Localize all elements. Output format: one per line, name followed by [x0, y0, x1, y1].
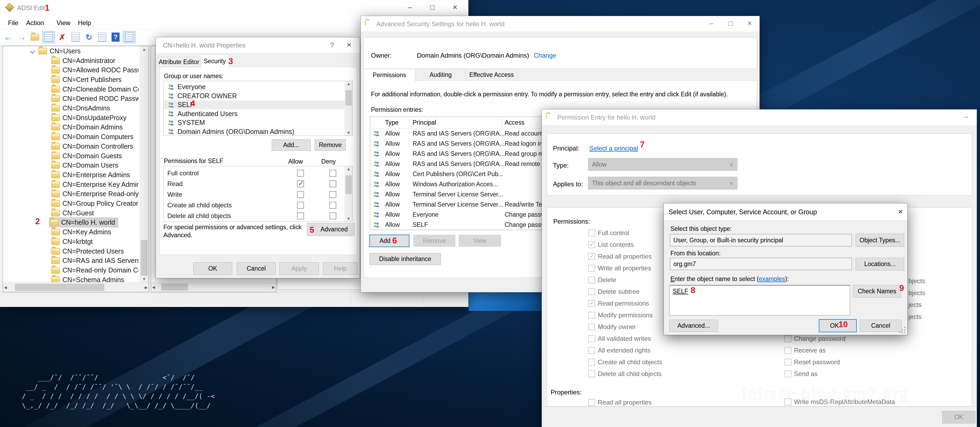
- scroll-down-icon[interactable]: ▼: [140, 277, 149, 281]
- cancel-button[interactable]: Cancel: [860, 320, 902, 332]
- tree-item[interactable]: CN=hello H. world: [49, 218, 118, 227]
- tree-item[interactable]: CN=Read-only Domain Contr: [51, 265, 138, 275]
- up-folder-icon[interactable]: [29, 31, 41, 43]
- tree-item-root[interactable]: CN=Users: [31, 46, 81, 56]
- ok-button[interactable]: OK: [819, 319, 857, 332]
- tree-item[interactable]: CN=Domain Controllers: [51, 142, 133, 151]
- select-principal-link[interactable]: Select a principal: [589, 145, 638, 152]
- examples-link[interactable]: examples: [759, 276, 785, 282]
- check-names-button[interactable]: Check Names: [853, 285, 901, 298]
- group-list-item[interactable]: Everyone: [164, 83, 353, 91]
- scroll-right-icon[interactable]: ▶: [272, 282, 275, 292]
- column-principal[interactable]: Principal: [413, 119, 436, 126]
- minimize-icon[interactable]: –: [702, 19, 721, 27]
- disable-inheritance-button[interactable]: Disable inheritance: [369, 253, 441, 265]
- scroll-up-icon[interactable]: ▲: [140, 47, 149, 51]
- column-type[interactable]: Type: [385, 119, 398, 126]
- tree-item[interactable]: CN=RAS and IAS Servers: [51, 256, 138, 266]
- tab-auditing[interactable]: Auditing: [416, 69, 465, 81]
- tab-effective-access[interactable]: Effective Access: [466, 69, 517, 81]
- scroll-up-icon[interactable]: ▲: [345, 82, 353, 86]
- scroll-down-icon[interactable]: ▼: [345, 131, 353, 135]
- group-list-scrollbar[interactable]: ▲ ▼: [345, 81, 353, 135]
- allow-checkbox-icon[interactable]: [297, 180, 304, 187]
- tree-item[interactable]: CN=Administrator: [51, 56, 115, 65]
- minimize-icon[interactable]: –: [957, 113, 976, 121]
- list-horizontal-scrollbar[interactable]: ◀ ▶: [151, 282, 276, 292]
- tree-item[interactable]: CN=Protected Users: [51, 246, 124, 256]
- tab-attribute-editor[interactable]: Attribute Editor: [158, 57, 200, 67]
- tree-item[interactable]: CN=Cert Publishers: [51, 75, 122, 84]
- column-access[interactable]: Access: [505, 119, 524, 126]
- minimize-icon[interactable]: –: [400, 3, 419, 11]
- resize-grip[interactable]: [904, 332, 905, 333]
- deny-checkbox-icon[interactable]: [329, 170, 336, 177]
- delete-icon[interactable]: ✗: [56, 31, 68, 43]
- object-name-input[interactable]: SELF: [669, 285, 850, 315]
- close-icon[interactable]: ×: [446, 3, 465, 12]
- allow-checkbox-icon[interactable]: [297, 202, 304, 209]
- properties-sheet-icon[interactable]: [69, 31, 82, 43]
- add-button[interactable]: Add...: [272, 139, 311, 151]
- permissions-scrollbar[interactable]: ▲ ▼: [345, 166, 353, 221]
- tree-item[interactable]: CN=Domain Admins: [51, 123, 123, 132]
- tree-item[interactable]: CN=DnsAdmins: [51, 104, 110, 113]
- back-arrow-icon[interactable]: ←: [2, 31, 14, 43]
- advanced-search-button[interactable]: Advanced...: [669, 320, 718, 332]
- menu-action[interactable]: Action: [26, 19, 44, 27]
- tree-item[interactable]: CN=Denied RODC Password R: [51, 94, 138, 104]
- scroll-right-icon[interactable]: ▶: [145, 282, 148, 292]
- tree-item[interactable]: CN=Enterprise Admins: [51, 170, 130, 180]
- deny-checkbox-icon[interactable]: [329, 212, 336, 219]
- show-action-pane-icon[interactable]: [123, 31, 135, 43]
- tree-item[interactable]: CN=krbtgt: [51, 237, 92, 246]
- group-list-item[interactable]: Domain Admins (ORG\Domain Admins): [164, 127, 353, 136]
- close-icon[interactable]: ×: [740, 19, 759, 28]
- tree-item[interactable]: CN=Guest: [51, 208, 94, 218]
- add-permission-button[interactable]: Add: [369, 234, 409, 247]
- scroll-up-icon[interactable]: ▲: [345, 167, 353, 171]
- tab-permissions[interactable]: Permissions: [363, 69, 415, 81]
- cancel-button[interactable]: Cancel: [237, 262, 276, 275]
- scroll-left-icon[interactable]: ◀: [152, 282, 155, 292]
- deny-checkbox-icon[interactable]: [329, 191, 336, 198]
- allow-checkbox-icon[interactable]: [297, 212, 304, 219]
- maximize-icon[interactable]: □: [721, 19, 740, 27]
- tree-item[interactable]: CN=Domain Guests: [51, 151, 122, 161]
- scroll-down-icon[interactable]: ▼: [345, 217, 353, 221]
- scroll-left-icon[interactable]: ◀: [4, 282, 7, 292]
- tree-item[interactable]: CN=Allowed RODC Password I: [51, 65, 138, 75]
- menu-file[interactable]: File: [8, 19, 18, 27]
- tree-item[interactable]: CN=Key Admins: [51, 227, 111, 237]
- group-list-item[interactable]: SYSTEM: [164, 118, 353, 127]
- tree-vertical-scrollbar[interactable]: ▲ ▼: [140, 46, 149, 282]
- tab-security[interactable]: Security: [201, 55, 229, 67]
- help-icon[interactable]: ?: [110, 31, 122, 43]
- forward-arrow-icon[interactable]: →: [16, 31, 28, 43]
- tree-item[interactable]: CN=Enterprise Read-only Dor: [51, 189, 138, 199]
- tree-item[interactable]: CN=Enterprise Key Admins: [51, 180, 138, 189]
- remove-button[interactable]: Remove: [315, 139, 346, 151]
- tree-item[interactable]: CN=Domain Users: [51, 161, 118, 170]
- group-list-item[interactable]: Authenticated Users: [164, 110, 353, 118]
- tree-horizontal-scrollbar[interactable]: ◀ ▶: [3, 282, 149, 292]
- deny-checkbox-icon[interactable]: [329, 180, 336, 187]
- tree-item[interactable]: CN=Schema Admins: [51, 275, 124, 282]
- change-owner-link[interactable]: Change: [534, 52, 556, 59]
- menu-help[interactable]: Help: [78, 19, 91, 27]
- export-list-icon[interactable]: [96, 31, 108, 43]
- locations-button[interactable]: Locations...: [856, 258, 904, 270]
- refresh-icon[interactable]: ↻: [83, 31, 95, 43]
- maximize-icon[interactable]: □: [423, 3, 442, 11]
- show-console-tree-icon[interactable]: [42, 31, 55, 43]
- tree-item[interactable]: CN=Domain Computers: [51, 132, 134, 142]
- allow-checkbox-icon[interactable]: [297, 170, 304, 177]
- help-icon[interactable]: ?: [324, 41, 340, 49]
- ok-button[interactable]: OK: [193, 262, 232, 275]
- close-icon[interactable]: ×: [341, 40, 357, 49]
- allow-checkbox-icon[interactable]: [297, 191, 304, 198]
- tree-item[interactable]: CN=Cloneable Domain Contro: [51, 84, 138, 94]
- ok-button[interactable]: OK: [942, 411, 975, 424]
- close-icon[interactable]: ×: [891, 207, 910, 216]
- object-types-button[interactable]: Object Types...: [856, 234, 904, 247]
